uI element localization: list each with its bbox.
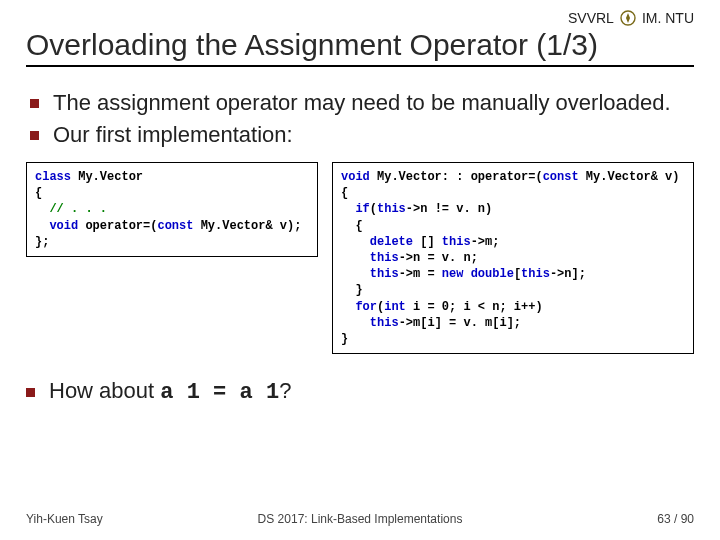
footer-author: Yih-Kuen Tsay (26, 512, 103, 526)
howabout-text: How about a 1 = a 1? (49, 378, 291, 406)
slide: SVVRL IM. NTU Overloading the Assignment… (0, 0, 720, 540)
bullet-list: The assignment operator may need to be m… (30, 89, 694, 148)
footer-page: 63 / 90 (657, 512, 694, 526)
list-item: Our first implementation: (30, 121, 694, 149)
org-left: SVVRL (568, 10, 614, 26)
code-row: class My.Vector { // . . . void operator… (26, 162, 694, 354)
bullet-icon (30, 99, 39, 108)
ntu-logo-icon (620, 10, 636, 26)
code-box-declaration: class My.Vector { // . . . void operator… (26, 162, 318, 257)
page-title: Overloading the Assignment Operator (1/3… (26, 28, 694, 61)
org-right: IM. NTU (642, 10, 694, 26)
code-box-definition: void My.Vector: : operator=(const My.Vec… (332, 162, 694, 354)
bullet-text: The assignment operator may need to be m… (53, 89, 671, 117)
howabout-bullet: How about a 1 = a 1? (26, 378, 694, 406)
header-org: SVVRL IM. NTU (26, 10, 694, 26)
list-item: The assignment operator may need to be m… (30, 89, 694, 117)
bullet-icon (26, 388, 35, 397)
title-rule (26, 65, 694, 67)
footer: Yih-Kuen Tsay DS 2017: Link-Based Implem… (26, 512, 694, 526)
bullet-text: Our first implementation: (53, 121, 293, 149)
bullet-icon (30, 131, 39, 140)
footer-course: DS 2017: Link-Based Implementations (258, 512, 463, 526)
